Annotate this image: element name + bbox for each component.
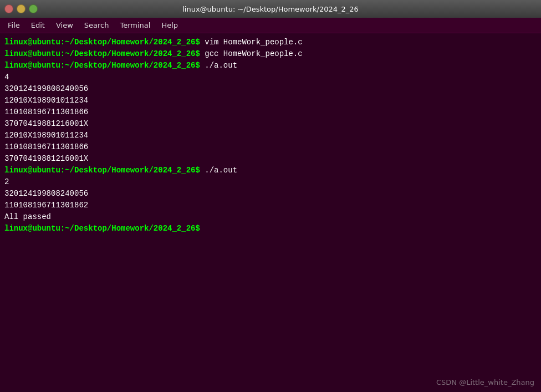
menu-file[interactable]: File	[2, 19, 25, 32]
terminal-line: linux@ubuntu:~/Desktop/Homework/2024_2_2…	[4, 37, 537, 48]
menu-view[interactable]: View	[50, 19, 79, 32]
terminal-line: linux@ubuntu:~/Desktop/Homework/2024_2_2…	[4, 48, 537, 60]
terminal-line: 12010X198901011234	[4, 130, 537, 141]
terminal-line: 37070419881216001X	[4, 118, 537, 130]
terminal-line: 320124199808240056	[4, 83, 537, 95]
close-button[interactable]	[4, 4, 13, 13]
maximize-button[interactable]	[29, 4, 38, 13]
window-title: linux@ubuntu: ~/Desktop/Homework/2024_2_…	[38, 5, 503, 13]
terminal-line: 2	[4, 176, 537, 188]
menu-search[interactable]: Search	[79, 19, 115, 32]
minimize-button[interactable]	[17, 4, 25, 13]
terminal-line: 110108196711301866	[4, 106, 537, 118]
terminal-line: 320124199808240056	[4, 188, 537, 200]
terminal-line: 110108196711301866	[4, 141, 537, 153]
terminal-line: 4	[4, 72, 537, 83]
terminal-line: 110108196711301862	[4, 200, 537, 211]
titlebar: linux@ubuntu: ~/Desktop/Homework/2024_2_…	[0, 0, 541, 18]
watermark: CSDN @Little_white_Zhang	[436, 378, 534, 386]
terminal-line: linux@ubuntu:~/Desktop/Homework/2024_2_2…	[4, 223, 537, 235]
terminal-window: linux@ubuntu: ~/Desktop/Homework/2024_2_…	[0, 0, 541, 392]
terminal-content[interactable]: linux@ubuntu:~/Desktop/Homework/2024_2_2…	[0, 33, 541, 392]
menu-help[interactable]: Help	[156, 19, 183, 32]
menu-terminal[interactable]: Terminal	[114, 19, 156, 32]
menubar: File Edit View Search Terminal Help	[0, 18, 541, 33]
menu-edit[interactable]: Edit	[25, 19, 50, 32]
terminal-line: linux@ubuntu:~/Desktop/Homework/2024_2_2…	[4, 165, 537, 176]
terminal-line: 37070419881216001X	[4, 153, 537, 165]
terminal-line: linux@ubuntu:~/Desktop/Homework/2024_2_2…	[4, 60, 537, 72]
terminal-line: All passed	[4, 211, 537, 223]
terminal-line: 12010X198901011234	[4, 95, 537, 106]
